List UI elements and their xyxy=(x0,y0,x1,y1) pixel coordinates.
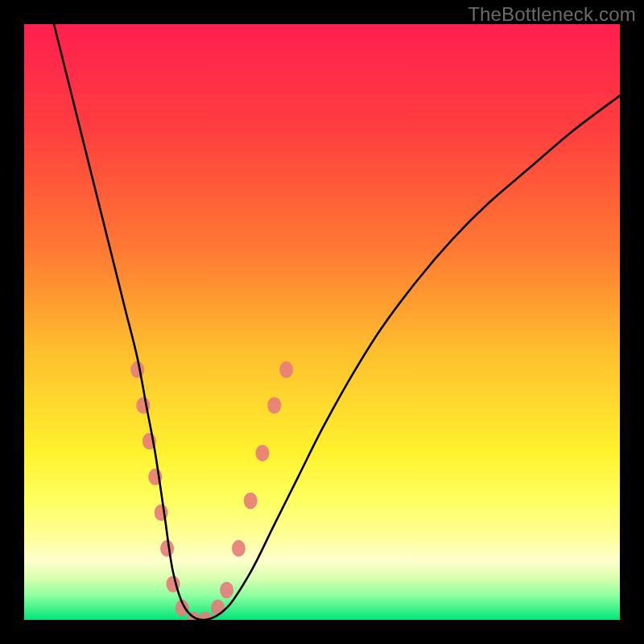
curve-marker xyxy=(244,493,258,510)
curve-marker xyxy=(220,582,233,599)
curve-marker xyxy=(130,361,144,378)
marker-group xyxy=(130,361,293,620)
curve-marker xyxy=(232,540,246,557)
watermark-text: TheBottleneck.com xyxy=(468,3,636,26)
curve-marker xyxy=(267,397,281,414)
curve-marker xyxy=(255,444,269,461)
curve-marker xyxy=(160,540,174,557)
curve-marker xyxy=(279,361,293,378)
curve-marker xyxy=(211,600,225,617)
plot-area xyxy=(24,24,620,620)
curve-layer xyxy=(24,24,620,620)
chart-frame: TheBottleneck.com xyxy=(0,0,644,644)
bottleneck-curve xyxy=(54,24,620,620)
